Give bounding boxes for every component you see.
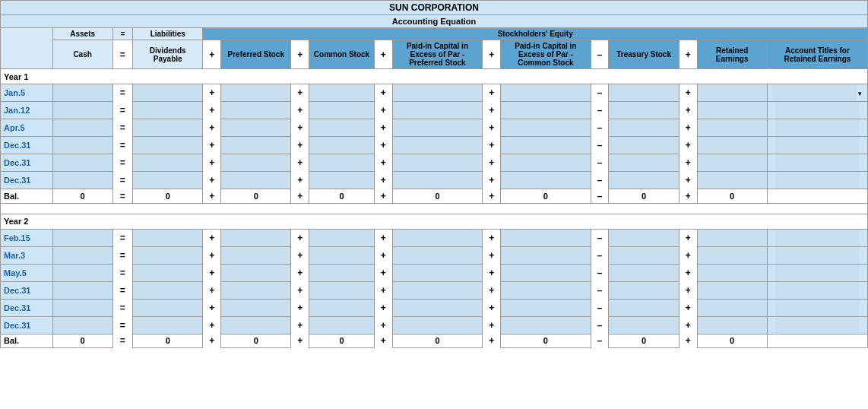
operator-cell: = — [112, 172, 132, 189]
col-divpay: Dividends Payable — [133, 40, 203, 69]
operator-cell: + — [203, 154, 221, 172]
operator-cell: = — [112, 316, 132, 334]
event-label: Feb.15 — [1, 229, 53, 246]
event-label: Mar.3 — [1, 246, 53, 264]
operator-cell: + — [679, 316, 697, 334]
table-row: Feb.15=++++–+ — [1, 229, 868, 246]
operator-cell: + — [679, 102, 697, 119]
operator-cell: + — [291, 172, 309, 189]
bal-ret: 0 — [697, 189, 767, 204]
operator-cell: + — [291, 264, 309, 281]
dropdown-arrow-icon[interactable]: ▼ — [857, 90, 863, 97]
table-row: Dec.31=++++–+ — [1, 281, 868, 299]
operator-cell: + — [374, 281, 392, 299]
col-treas: Treasury Stock — [609, 40, 679, 69]
operator-cell: + — [483, 229, 501, 246]
operator-cell: + — [483, 137, 501, 154]
operator-cell: – — [591, 84, 609, 102]
table-row: Jan.12=++++–+ — [1, 102, 868, 119]
bal-prefstock: 0 — [221, 189, 291, 204]
operator-cell: = — [112, 229, 132, 246]
bal-divpay: 0 — [133, 334, 203, 347]
bal-comstock: 0 — [309, 189, 375, 204]
operator-cell: + — [203, 334, 221, 347]
col-plus3: + — [374, 40, 392, 69]
table-row: Dec.31=++++–+ — [1, 154, 868, 172]
operator-cell: + — [291, 299, 309, 316]
bal-picc: 0 — [501, 189, 591, 204]
operator-cell: + — [679, 189, 697, 204]
operator-cell: + — [679, 229, 697, 246]
operator-cell: = — [112, 281, 132, 299]
operator-cell: = — [112, 154, 132, 172]
operator-cell: + — [203, 189, 221, 204]
operator-cell: + — [203, 172, 221, 189]
operator-cell: + — [483, 84, 501, 102]
operator-cell: + — [291, 229, 309, 246]
year-label: Year 1 — [1, 69, 868, 84]
operator-cell: + — [483, 299, 501, 316]
operator-cell: + — [291, 137, 309, 154]
event-label: Jan.12 — [1, 102, 53, 119]
col-plus5: + — [679, 40, 697, 69]
operator-cell: + — [374, 137, 392, 154]
col-picc: Paid-in Capital in Excess of Par - Commo… — [501, 40, 591, 69]
operator-cell: + — [679, 334, 697, 347]
operator-cell: + — [483, 189, 501, 204]
operator-cell: + — [203, 84, 221, 102]
operator-cell: + — [291, 189, 309, 204]
operator-cell: = — [112, 189, 132, 204]
operator-cell: + — [374, 299, 392, 316]
operator-cell: + — [291, 316, 309, 334]
balance-row: Bal.0=0+0+0+0+0–0+0 — [1, 334, 868, 347]
event-label: Dec.31 — [1, 316, 53, 334]
stockholders-equity-header: Stockholders' Equity — [203, 28, 868, 40]
col-plus4: + — [483, 40, 501, 69]
event-label: Dec.31 — [1, 137, 53, 154]
operator-cell: = — [112, 246, 132, 264]
bal-cash: 0 — [52, 334, 112, 347]
table-row: Dec.31=++++–+ — [1, 316, 868, 334]
operator-cell: = — [112, 299, 132, 316]
table-row: Apr.5=++++–+ — [1, 119, 868, 137]
operator-cell: + — [483, 119, 501, 137]
operator-cell: + — [374, 246, 392, 264]
operator-cell: – — [591, 334, 609, 347]
title: SUN CORPORATION — [1, 1, 868, 15]
operator-cell: + — [374, 84, 392, 102]
operator-cell: + — [679, 137, 697, 154]
operator-cell: + — [291, 84, 309, 102]
col-cash: Cash — [52, 40, 112, 69]
bal-prefstock: 0 — [221, 334, 291, 347]
subtitle: Accounting Equation — [1, 15, 868, 28]
col-eq: = — [112, 40, 132, 69]
operator-cell: – — [591, 229, 609, 246]
operator-cell: + — [374, 102, 392, 119]
bal-divpay: 0 — [133, 189, 203, 204]
bal-acctitles — [767, 334, 867, 347]
operator-cell: = — [112, 119, 132, 137]
operator-cell: + — [483, 281, 501, 299]
operator-cell: – — [591, 154, 609, 172]
table-row: Dec.31=++++–+ — [1, 137, 868, 154]
operator-cell: + — [679, 172, 697, 189]
event-label: May.5 — [1, 264, 53, 281]
operator-cell: + — [679, 264, 697, 281]
col-minus: – — [591, 40, 609, 69]
operator-cell: + — [291, 154, 309, 172]
operator-cell: + — [374, 334, 392, 347]
event-label: Apr.5 — [1, 119, 53, 137]
operator-cell: – — [591, 119, 609, 137]
operator-cell: + — [203, 246, 221, 264]
operator-cell: – — [591, 316, 609, 334]
table-row: Dec.31=++++–+ — [1, 299, 868, 316]
col-ret: Retained Earnings — [697, 40, 767, 69]
operator-cell: + — [374, 316, 392, 334]
event-label: Jan.5 — [1, 84, 53, 102]
bal-treas: 0 — [609, 189, 679, 204]
operator-cell: = — [112, 264, 132, 281]
bal-picp: 0 — [392, 334, 483, 347]
bal-treas: 0 — [609, 334, 679, 347]
operator-cell: + — [679, 84, 697, 102]
operator-cell: + — [203, 299, 221, 316]
